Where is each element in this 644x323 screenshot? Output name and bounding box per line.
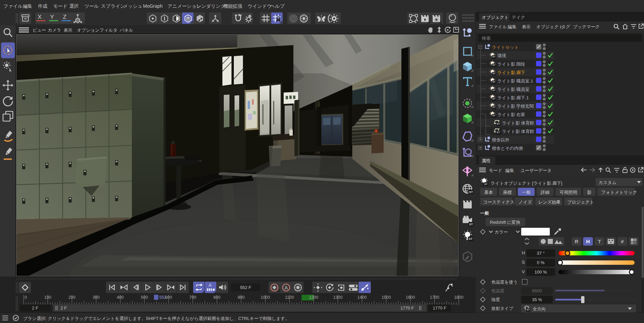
svg-text:700: 700 [189,295,196,300]
svg-text:1500: 1500 [382,295,391,300]
svg-text:100: 100 [44,295,51,300]
svg-text:500: 500 [141,295,148,300]
svg-text:1200: 1200 [309,295,318,300]
svg-text:300: 300 [93,295,100,300]
svg-text:552: 552 [159,295,167,300]
svg-text:800: 800 [213,295,220,300]
svg-text:1700: 1700 [430,295,439,300]
svg-text:900: 900 [238,295,245,300]
svg-text:200: 200 [68,295,75,300]
svg-text:A: A [285,285,288,290]
svg-text:0: 0 [25,295,27,300]
svg-text:1400: 1400 [357,295,367,300]
svg-text:1000: 1000 [261,295,270,300]
svg-text:1600: 1600 [406,295,415,300]
svg-text:1300: 1300 [333,295,343,300]
svg-text:400: 400 [117,295,124,300]
svg-text:1100: 1100 [285,295,294,300]
svg-text:1800: 1800 [454,295,463,300]
